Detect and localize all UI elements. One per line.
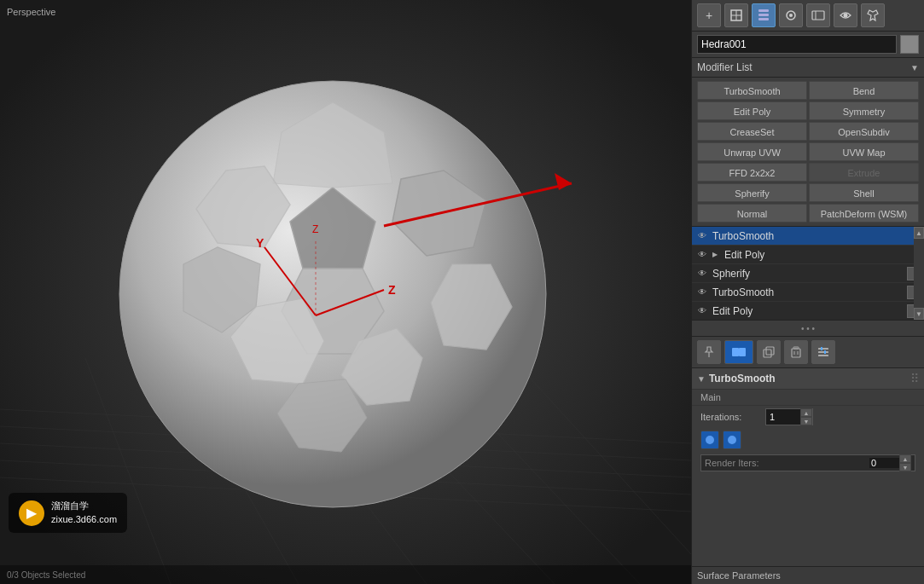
svg-point-41: [789, 14, 793, 17]
name-row: [692, 32, 924, 58]
svg-rect-45: [732, 348, 739, 356]
stack-item-name: TurboSmooth: [712, 230, 921, 242]
params-iterations-row: Iterations: ▲ ▼: [692, 406, 924, 428]
stack-item-turbosm-2[interactable]: 👁 TurboSmooth: [692, 283, 924, 302]
svg-text:Z: Z: [312, 223, 318, 235]
eye-icon-2[interactable]: 👁: [695, 248, 709, 262]
svg-rect-37: [758, 9, 769, 12]
object-name-input[interactable]: [697, 35, 897, 54]
hierarchy-panel-btn[interactable]: [779, 3, 803, 27]
display-panel-btn[interactable]: [834, 3, 857, 27]
svg-text:Y: Y: [256, 236, 264, 250]
viewport[interactable]: Y Z Z Perspective 0/3 Objects Selected ▶…: [0, 0, 691, 584]
spinner-up[interactable]: ▲: [800, 408, 812, 417]
svg-rect-48: [766, 347, 774, 355]
svg-rect-52: [793, 347, 799, 349]
eye-icon[interactable]: 👁: [695, 229, 709, 243]
svg-rect-42: [812, 11, 824, 20]
svg-rect-49: [792, 349, 800, 357]
mod-btn-shell[interactable]: Shell: [809, 183, 919, 202]
modify-panel-btn[interactable]: [752, 3, 776, 27]
pin-stack-btn[interactable]: [697, 340, 721, 364]
stack-scrollbar[interactable]: ▲ ▼: [914, 227, 924, 320]
iterations-input[interactable]: [766, 409, 800, 425]
modifier-list-label: Modifier List: [697, 61, 910, 73]
watermark-text: 溜溜自学 zixue.3d66.com: [51, 500, 117, 526]
scroll-up-arrow[interactable]: ▲: [914, 227, 924, 239]
delete-modifier-btn[interactable]: [784, 340, 808, 364]
modifier-list-header[interactable]: Modifier List ▼: [692, 58, 924, 78]
stack-item-spherify[interactable]: 👁 Spherify: [692, 264, 924, 283]
svg-rect-38: [758, 14, 769, 16]
smooth-icons-row: [692, 428, 924, 452]
scroll-down-arrow[interactable]: ▼: [914, 308, 924, 320]
params-grip: ⠿: [910, 372, 919, 385]
stack-item-name-3: Spherify: [712, 268, 904, 280]
svg-rect-53: [818, 348, 828, 350]
motion-panel-btn[interactable]: [806, 3, 830, 27]
params-section: ▼ TurboSmooth ⠿ Main Iterations: ▲ ▼: [692, 368, 924, 566]
spinner-down[interactable]: ▼: [800, 417, 812, 425]
svg-text:Perspective: Perspective: [7, 7, 55, 17]
iterations-spinner[interactable]: ▲ ▼: [765, 408, 813, 425]
params-extra-row: Render Iters: ▲ ▼: [692, 452, 924, 474]
mod-btn-bend[interactable]: Bend: [809, 81, 919, 100]
surface-params-footer: Surface Parameters: [692, 566, 924, 584]
stack-toolbar: [692, 337, 924, 368]
modifier-grid: TurboSmooth Bend Edit Poly Symmetry Crea…: [692, 78, 924, 227]
stack-item-editpoly-1[interactable]: 👁 ▶ Edit Poly: [692, 246, 924, 264]
render-down[interactable]: ▼: [899, 463, 911, 471]
modifier-list-dropdown-arrow: ▼: [910, 63, 919, 72]
watermark-logo: ▶: [19, 500, 44, 526]
stack-item-editpoly-2[interactable]: 👁 Edit Poly: [692, 302, 924, 321]
render-iters-spinner: ▲ ▼: [899, 454, 911, 471]
mod-btn-turbosm[interactable]: TurboSmooth: [697, 81, 807, 100]
mod-btn-unwrapuvw[interactable]: Unwrap UVW: [697, 142, 807, 161]
add-modifier-btn[interactable]: +: [697, 3, 721, 27]
right-panel: + Modifier List ▼ TurboSmooth Bend Edi: [691, 0, 924, 584]
copy-instance-btn[interactable]: [757, 340, 781, 364]
mod-btn-symmetry[interactable]: Symmetry: [809, 101, 919, 120]
configure-modifier-btn[interactable]: [811, 340, 835, 364]
unique-modifier-btn[interactable]: [724, 340, 753, 364]
svg-text:Z: Z: [388, 283, 396, 297]
eye-icon-5[interactable]: 👁: [695, 304, 709, 318]
render-iters-input[interactable]: [869, 458, 899, 468]
svg-rect-32: [0, 565, 691, 584]
svg-rect-46: [739, 348, 746, 356]
mod-btn-opensubdiv[interactable]: OpenSubdiv: [809, 122, 919, 141]
mod-btn-patchdeform[interactable]: PatchDeform (WSM): [809, 204, 919, 223]
mod-btn-spherify[interactable]: Spherify: [697, 183, 807, 202]
eye-icon-4[interactable]: 👁: [695, 286, 709, 299]
stack-item-name-5: Edit Poly: [712, 305, 904, 317]
mod-btn-creaseset[interactable]: CreaseSet: [697, 122, 807, 141]
mod-btn-editpoly[interactable]: Edit Poly: [697, 101, 807, 120]
params-header[interactable]: ▼ TurboSmooth ⠿: [692, 368, 924, 390]
svg-rect-56: [821, 347, 822, 350]
svg-point-44: [844, 14, 848, 18]
svg-text:0/3 Objects Selected: 0/3 Objects Selected: [7, 570, 85, 580]
scroll-track[interactable]: [914, 239, 924, 308]
mod-btn-ffd[interactable]: FFD 2x2x2: [697, 163, 807, 182]
color-swatch[interactable]: [900, 35, 919, 54]
smooth-icon-1[interactable]: [700, 431, 719, 449]
toolbar-row: +: [692, 0, 924, 32]
svg-point-58: [706, 436, 714, 444]
triangle-icon: ▶: [712, 251, 721, 258]
spinner-buttons: ▲ ▼: [800, 408, 812, 425]
svg-rect-54: [818, 351, 828, 353]
stack-item-turbosm-top[interactable]: 👁 TurboSmooth: [692, 227, 924, 246]
smooth-icon-2[interactable]: [723, 431, 741, 449]
svg-rect-39: [758, 18, 769, 20]
stack-item-name-2: Edit Poly: [724, 249, 921, 261]
eye-icon-3[interactable]: 👁: [695, 267, 709, 280]
mod-btn-normal[interactable]: Normal: [697, 204, 807, 223]
render-up[interactable]: ▲: [899, 454, 911, 463]
create-panel-btn[interactable]: [724, 3, 748, 27]
params-subheader: Main: [692, 390, 924, 406]
watermark: ▶ 溜溜自学 zixue.3d66.com: [9, 493, 127, 533]
params-collapse-arrow: ▼: [697, 374, 706, 384]
utilities-panel-btn[interactable]: [861, 3, 885, 27]
mod-btn-uvwmap[interactable]: UVW Map: [809, 142, 919, 161]
modifier-stack: 👁 TurboSmooth 👁 ▶ Edit Poly 👁 Spherify 👁…: [692, 227, 924, 321]
